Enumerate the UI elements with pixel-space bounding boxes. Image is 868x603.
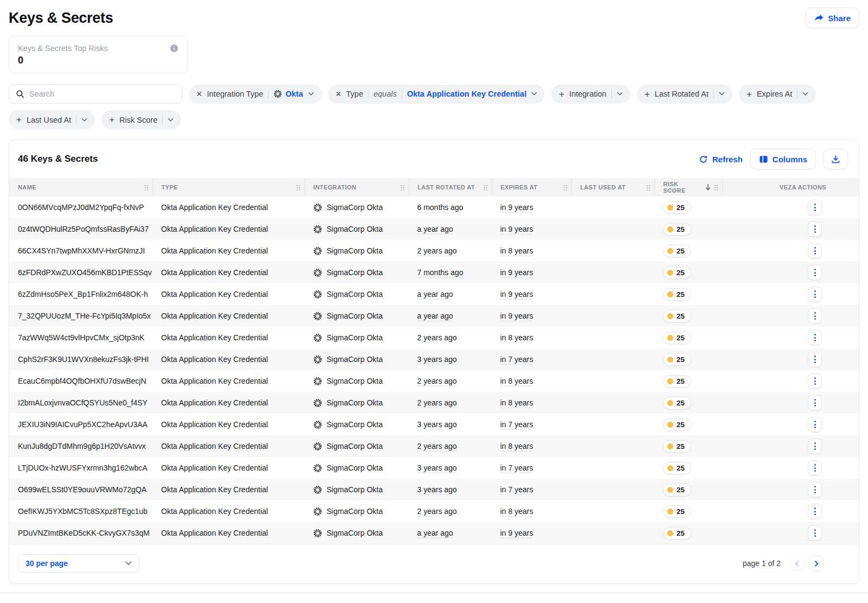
row-actions-button[interactable] [808, 525, 822, 541]
drag-handle-icon[interactable] [400, 185, 404, 191]
expires-value: in 9 years [500, 312, 533, 320]
drag-handle-icon[interactable] [296, 185, 300, 191]
row-actions-button[interactable] [808, 243, 822, 258]
row-actions-button[interactable] [808, 352, 822, 367]
risk-level-dot-icon [667, 291, 673, 297]
sort-descending-icon[interactable] [705, 184, 711, 191]
risk-score-badge: 25 [663, 375, 691, 388]
add-filter-integration[interactable]: + Integration [551, 85, 630, 104]
risk-level-dot-icon [667, 530, 673, 536]
column-header-veza-actions: VEZA ACTIONS [722, 178, 859, 196]
drag-handle-icon[interactable] [144, 185, 148, 191]
key-type: Okta Application Key Credential [161, 507, 268, 516]
search-input[interactable] [29, 90, 175, 98]
columns-button[interactable]: Columns [750, 149, 816, 169]
column-header-type[interactable]: TYPE [152, 178, 304, 196]
remove-filter-icon[interactable]: × [196, 89, 202, 99]
per-page-select[interactable]: 30 per page [18, 554, 139, 573]
search-box[interactable] [9, 84, 182, 104]
table-body: 0ON66MVcqMPzJ0dM2YpqFq-fxNvP Okta Applic… [9, 196, 859, 544]
okta-icon [313, 442, 322, 451]
drag-handle-icon[interactable] [483, 185, 487, 191]
risk-level-dot-icon [667, 509, 673, 515]
filter-chip-type[interactable]: × Type equals Okta Application Key Crede… [328, 85, 545, 104]
row-actions-button[interactable] [808, 200, 822, 215]
key-type: Okta Application Key Credential [161, 464, 268, 472]
table-row[interactable]: 0z4tWQDHulRz5PoQmfssRasByFAi37 Okta Appl… [9, 218, 859, 240]
add-filter-risk-score[interactable]: + Risk Score [101, 110, 181, 129]
table-row[interactable]: 7_32QPUUozM_THe-FcYpi5Iq3MpIo5x Okta App… [9, 305, 859, 327]
add-filter-expires-at[interactable]: + Expires At [739, 85, 816, 104]
drag-handle-icon[interactable] [714, 185, 718, 191]
table-row[interactable]: PDuVNZImtBKeD5cKK-CkvyGX7s3qM Okta Appli… [9, 522, 859, 544]
key-name: JEXIU3iN9IAICvuPp5XC2heApvU3AA [18, 420, 148, 429]
filter-chip-integration-type[interactable]: × Integration Type Okta [189, 85, 322, 104]
table-row[interactable]: 66CX4SYn7twpMhXXMV-HxrGNmzJI Okta Applic… [9, 240, 859, 262]
row-actions-button[interactable] [808, 373, 822, 389]
risk-score-value: 25 [676, 334, 685, 342]
row-actions-button[interactable] [808, 439, 822, 454]
last-rotated-value: 2 years ago [417, 507, 457, 516]
previous-page-button[interactable] [789, 556, 805, 571]
expires-value: in 7 years [500, 420, 533, 429]
row-actions-button[interactable] [808, 504, 822, 519]
share-button[interactable]: Share [806, 8, 859, 28]
integration-name: SigmaCorp Okta [327, 203, 382, 212]
table-row[interactable]: LTjDUOx-hzWUSFYxrmn3hg162wbcA Okta Appli… [9, 457, 859, 479]
table-row[interactable]: 7azWWq5W4ct9vlHpvCMx_sjOtp3nK Okta Appli… [9, 327, 859, 348]
table-row[interactable]: KunJu8dgDTdMhm9g6p1H20VsAtvvx Okta Appli… [9, 435, 859, 457]
okta-icon [313, 203, 322, 212]
risk-score-badge: 25 [663, 527, 691, 539]
risk-score-badge: 25 [663, 223, 691, 236]
column-header-expires-at[interactable]: EXPIRES AT [492, 178, 571, 196]
chevron-down-icon [802, 92, 808, 96]
row-actions-button[interactable] [808, 395, 822, 410]
row-actions-button[interactable] [808, 221, 822, 237]
row-actions-button[interactable] [808, 330, 822, 345]
okta-icon [313, 246, 322, 256]
remove-filter-icon[interactable]: × [336, 89, 342, 99]
column-header-last-used-at[interactable]: LAST USED AT [571, 178, 654, 196]
column-header-name[interactable]: NAME [9, 178, 152, 196]
row-actions-button[interactable] [808, 460, 822, 475]
top-risks-card[interactable]: Keys & Secrets Top Risks 0 [9, 36, 188, 73]
refresh-icon [699, 155, 708, 164]
risk-score-badge: 25 [663, 462, 691, 474]
table-row[interactable]: 0ON66MVcqMPzJ0dM2YpqFq-fxNvP Okta Applic… [9, 196, 859, 218]
risk-level-dot-icon [667, 400, 673, 406]
row-actions-button[interactable] [808, 482, 822, 497]
column-header-integration[interactable]: INTEGRATION [304, 178, 409, 196]
risk-score-value: 25 [676, 507, 685, 516]
row-actions-button[interactable] [808, 287, 822, 302]
drag-handle-icon[interactable] [646, 185, 650, 191]
table-row[interactable]: CphS2rF3K9U1WVXn8ekuzFs3jk-tPHI Okta App… [9, 348, 859, 370]
next-page-button[interactable] [809, 556, 824, 571]
table-row[interactable]: 6zZdmHso5PeX_Bp1Fnlix2m648OK-h Okta Appl… [9, 283, 859, 305]
chevron-down-icon [125, 561, 132, 566]
table-row[interactable]: O699wELSSt0YE9ouuVRWMo72gQA Okta Applica… [9, 479, 859, 500]
risk-level-dot-icon [667, 248, 673, 254]
table-row[interactable]: JEXIU3iN9IAICvuPp5XC2heApvU3AA Okta Appl… [9, 414, 859, 435]
row-actions-button[interactable] [808, 417, 822, 432]
table-row[interactable]: 6zFDRdPXwZUXO456mKBD1PtESSqv Okta Applic… [9, 262, 859, 283]
key-type: Okta Application Key Credential [161, 420, 268, 429]
table-row[interactable]: OefIKWJ5YXbMC5Tc8SXpz8TEgc1ub Okta Appli… [9, 500, 859, 522]
per-page-value: 30 per page [25, 559, 68, 568]
column-header-last-rotated-at[interactable]: LAST ROTATED AT [409, 178, 492, 196]
table-row[interactable]: I2bmALoxjvnvaOCfQSYUs5Ne0_f4SY Okta Appl… [9, 392, 859, 414]
add-filter-last-used-at[interactable]: + Last Used At [9, 110, 95, 129]
refresh-button[interactable]: Refresh [699, 155, 743, 164]
row-actions-button[interactable] [808, 265, 822, 280]
add-filter-label: Risk Score [119, 116, 157, 124]
row-actions-button[interactable] [808, 308, 822, 323]
expires-value: in 8 years [500, 333, 533, 342]
info-icon[interactable] [170, 44, 178, 53]
expires-value: in 7 years [500, 485, 533, 494]
key-type: Okta Application Key Credential [161, 312, 268, 320]
download-button[interactable] [824, 149, 848, 169]
column-header-risk-score[interactable]: RISK SCORE [654, 178, 722, 196]
add-filter-last-rotated-at[interactable]: + Last Rotated At [637, 85, 732, 104]
drag-handle-icon[interactable] [563, 185, 567, 191]
risk-level-dot-icon [667, 487, 673, 493]
table-row[interactable]: EcauC6mpbf4OQfbOHXfU7dswBecjN Okta Appli… [9, 370, 859, 392]
